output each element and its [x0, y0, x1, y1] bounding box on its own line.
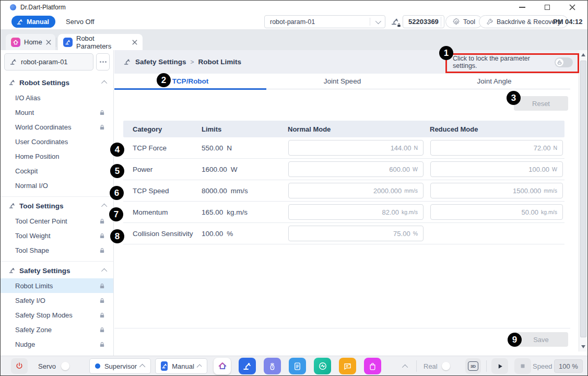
- annotation-badge-4: 4: [110, 143, 124, 157]
- minimize-button[interactable]: [516, 3, 528, 12]
- section-header-robot-settings[interactable]: Robot Settings: [1, 75, 113, 90]
- sidebar-item-tool-weight[interactable]: Tool Weight: [1, 228, 113, 243]
- sidebar-item-user-coordinates[interactable]: User Coordinates: [1, 134, 113, 149]
- speed-value[interactable]: 100 %: [554, 359, 583, 373]
- dock-store-app[interactable]: [364, 358, 381, 374]
- tab-tcp-robot[interactable]: TCP/Robot: [114, 74, 266, 89]
- chevron-up-icon: [197, 364, 202, 369]
- robot-serial-number[interactable]: 52203369: [403, 15, 444, 28]
- sidebar-item-robot-limits[interactable]: Robot Limits: [1, 278, 113, 293]
- scroll-up-icon[interactable]: [581, 53, 585, 56]
- toggle-knob: [442, 362, 450, 370]
- sidebar-item-mount[interactable]: Mount: [1, 105, 113, 120]
- more-options-button[interactable]: [96, 53, 110, 70]
- role-select-value: Supervisor: [104, 362, 137, 370]
- sidebar-item-safety-io[interactable]: Safety I/O: [1, 293, 113, 308]
- limits-table: Category Limits Normal Mode Reduced Mode…: [123, 121, 565, 244]
- document-tabstrip: Home Robot Parameters: [1, 29, 587, 50]
- normal-mode-input[interactable]: 2000.000mm/s: [288, 183, 424, 198]
- reduced-mode-input[interactable]: 100.00W: [430, 161, 563, 177]
- normal-mode-input[interactable]: 600.00W: [288, 161, 424, 177]
- section-safety-settings: Safety Settings Robot Limits Safety I/O …: [1, 261, 113, 351]
- play-button[interactable]: [491, 358, 508, 374]
- robot-param-select[interactable]: robot-param-01: [264, 15, 385, 28]
- vertical-scrollbar[interactable]: [579, 50, 587, 351]
- reset-button[interactable]: Reset: [514, 96, 568, 111]
- tab-joint-speed[interactable]: Joint Speed: [266, 74, 418, 89]
- row-limit-unit: mm/s: [231, 187, 248, 195]
- tab-robot-parameters[interactable]: Robot Parameters: [58, 34, 143, 50]
- lock-icon: [99, 312, 105, 318]
- breadcrumb-section: Safety Settings: [135, 58, 186, 66]
- reduced-mode-input[interactable]: 72.00N: [430, 140, 563, 156]
- item-label: Safety Zone: [15, 326, 52, 334]
- row-category: Momentum: [123, 208, 202, 216]
- section-label: Robot Settings: [19, 79, 69, 87]
- row-limit: 8000.00: [202, 187, 227, 195]
- input-unit: N: [414, 145, 418, 151]
- home-tab-icon: [11, 38, 20, 47]
- role-select[interactable]: Supervisor: [89, 358, 151, 374]
- sidebar-item-tool-shape[interactable]: Tool Shape: [1, 243, 113, 257]
- row-limit: 100.00: [202, 230, 223, 238]
- sidebar-item-safety-stop-modes[interactable]: Safety Stop Modes: [1, 308, 113, 322]
- dock-home-app[interactable]: [214, 358, 231, 374]
- save-button[interactable]: Save: [514, 332, 568, 347]
- tab-label: TCP/Robot: [172, 77, 209, 85]
- simulator-3d-button[interactable]: 3D: [465, 358, 481, 374]
- reduced-mode-input[interactable]: 50.00kg.m/s: [430, 204, 563, 220]
- lock-icon: [397, 23, 401, 27]
- power-button[interactable]: [11, 358, 28, 374]
- robot-parameters-tab-icon: [63, 38, 73, 47]
- item-label: User Coordinates: [15, 138, 68, 146]
- normal-mode-input[interactable]: 75.00%: [288, 226, 424, 241]
- row-limit-unit: N: [227, 144, 232, 152]
- stop-button[interactable]: [514, 358, 531, 374]
- dock-collapse-icon[interactable]: [402, 365, 408, 370]
- dock-teach-pendant-app[interactable]: [264, 358, 281, 374]
- scrollbar-thumb[interactable]: [580, 61, 586, 337]
- sidebar-item-cockpit[interactable]: Cockpit: [1, 163, 113, 178]
- row-limit: 1600.00: [202, 166, 227, 173]
- normal-mode-input[interactable]: 82.00kg.m/s: [288, 204, 424, 220]
- sidebar-item-world-coordinates[interactable]: World Coordinates: [1, 120, 113, 134]
- sidebar-param-name-box[interactable]: robot-param-01: [4, 53, 93, 70]
- dock-robot-params-app[interactable]: [239, 358, 256, 374]
- sidebar-item-home-position[interactable]: Home Position: [1, 149, 113, 163]
- sidebar-item-nudge[interactable]: Nudge: [1, 337, 113, 351]
- servo-label: Servo: [38, 362, 56, 370]
- normal-mode-input[interactable]: 144.00N: [288, 140, 424, 156]
- sidebar-item-io-alias[interactable]: I/O Alias: [1, 90, 113, 105]
- stop-icon: [520, 363, 526, 369]
- backdrive-button-label: Backdrive & Recovery: [497, 18, 561, 26]
- scroll-down-icon[interactable]: [581, 345, 585, 348]
- dock-monitoring-app[interactable]: [314, 358, 331, 374]
- dock-task-writer-app[interactable]: [289, 358, 306, 374]
- dock-message-app[interactable]: [339, 358, 356, 374]
- section-header-safety-settings[interactable]: Safety Settings: [1, 263, 113, 278]
- reduced-mode-input[interactable]: 1500.000mm/s: [430, 183, 563, 198]
- table-row-tcp-speed: TCP Speed 8000.00mm/s 2000.000mm/s 1500.…: [123, 180, 565, 202]
- mode-select[interactable]: Manual: [155, 358, 207, 374]
- row-limit-unit: W: [231, 166, 238, 173]
- sidebar-item-safety-zone[interactable]: Safety Zone: [1, 322, 113, 337]
- tool-button[interactable]: Tool: [445, 15, 483, 28]
- item-label: Tool Weight: [15, 232, 51, 240]
- tab-joint-angle[interactable]: Joint Angle: [418, 74, 570, 89]
- sidebar-item-normal-io[interactable]: Normal I/O: [1, 178, 113, 193]
- section-header-tool-settings[interactable]: Tool Settings: [1, 198, 113, 214]
- maximize-button[interactable]: [542, 3, 553, 12]
- robot-parameters-tab-close-icon[interactable]: [132, 40, 137, 45]
- tab-home[interactable]: Home: [6, 34, 55, 50]
- close-button[interactable]: [567, 3, 578, 12]
- sidebar-item-tool-center-point[interactable]: Tool Center Point: [1, 214, 113, 228]
- annotation-badge-2: 2: [157, 73, 171, 87]
- item-label: I/O Alias: [15, 94, 40, 102]
- home-tab-close-icon[interactable]: [46, 40, 51, 45]
- input-value: 144.00: [391, 144, 411, 152]
- operation-mode-button[interactable]: Manual: [11, 16, 55, 28]
- sidebar-param-name: robot-param-01: [21, 58, 68, 66]
- toggle-knob: [61, 362, 69, 370]
- 3d-view-icon: 3D: [468, 361, 478, 371]
- input-value: 2000.000: [373, 187, 402, 195]
